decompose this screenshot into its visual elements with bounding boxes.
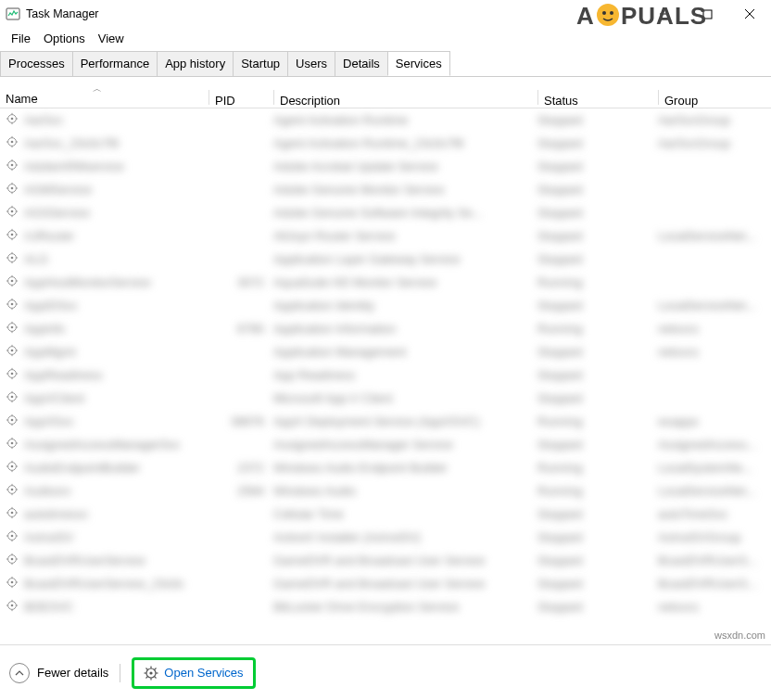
column-headers: Name ︿ PID Description Status Group: [0, 77, 771, 108]
service-group: AxInstSVGroup: [658, 530, 771, 544]
service-status: Stopped: [537, 229, 658, 243]
table-row[interactable]: AppMgmtApplication ManagementStoppednets…: [0, 340, 771, 363]
table-row[interactable]: AGMServiceAdobe Genuine Monitor ServiceS…: [0, 178, 771, 201]
service-name: Audiosrv: [24, 484, 71, 498]
service-description: Agent Activation Runtime_23c0c7f8: [273, 136, 537, 150]
source-tag: wsxdn.com: [714, 630, 765, 641]
service-icon: [6, 529, 19, 545]
service-status: Stopped: [537, 252, 658, 266]
svg-line-151: [146, 676, 148, 678]
tab-app-history[interactable]: App history: [157, 51, 234, 76]
service-description: AssignedAccessManager Service: [273, 438, 537, 452]
footer-divider: [120, 664, 120, 682]
service-pid: 2372: [209, 461, 273, 475]
svg-point-95: [11, 442, 14, 445]
tab-startup[interactable]: Startup: [233, 51, 288, 76]
sort-ascending-icon: ︿: [93, 83, 102, 95]
service-description: Application Identity: [273, 299, 537, 312]
service-group: LocalSystemNe...: [658, 461, 771, 475]
service-description: Adobe Acrobat Update Service: [273, 159, 537, 173]
service-status: Stopped: [537, 206, 658, 220]
table-row[interactable]: AppXSvc38876AppX Deployment Service (App…: [0, 410, 771, 433]
service-name: AJRouter: [24, 229, 74, 243]
menu-options[interactable]: Options: [38, 30, 91, 47]
table-row[interactable]: AppReadinessApp ReadinessStopped: [0, 363, 771, 387]
table-row[interactable]: AGSServiceAdobe Genuine Software Integri…: [0, 201, 771, 224]
table-row[interactable]: Audiosrv2584Windows AudioRunningLocalSer…: [0, 479, 771, 503]
col-header-description[interactable]: Description: [273, 90, 537, 108]
svg-point-107: [11, 489, 14, 491]
table-row[interactable]: BcastDVRUserServiceGameDVR and Broadcast…: [0, 549, 771, 572]
service-description: Microsoft App-V Client: [273, 391, 537, 405]
menu-view[interactable]: View: [93, 30, 130, 47]
table-row[interactable]: BDESVCBitLocker Drive Encryption Service…: [0, 595, 771, 618]
table-row[interactable]: autotimesvcCellular TimeStoppedautoTimeS…: [0, 503, 771, 526]
table-row[interactable]: AppIDSvcApplication IdentityStoppedLocal…: [0, 294, 771, 317]
service-description: Windows Audio: [273, 484, 537, 498]
table-row[interactable]: AudioEndpointBuilder2372Windows Audio En…: [0, 456, 771, 479]
tab-details[interactable]: Details: [335, 51, 388, 76]
svg-point-71: [11, 350, 14, 352]
service-description: AppX Deployment Service (AppXSVC): [273, 414, 537, 428]
service-status: Stopped: [537, 577, 658, 591]
service-description: GameDVR and Broadcast User Service: [273, 577, 537, 591]
service-description: ActiveX Installer (AxInstSV): [273, 530, 537, 544]
open-services-button[interactable]: Open Services: [132, 657, 255, 689]
service-icon: [6, 298, 19, 313]
service-name: AppReadiness: [24, 368, 103, 382]
service-icon: [6, 506, 19, 522]
service-pid: 3072: [209, 275, 273, 289]
service-name: AssignedAccessManagerSvc: [24, 438, 180, 452]
table-row[interactable]: BcastDVRUserService_23c0cGameDVR and Bro…: [0, 572, 771, 595]
service-icon: [6, 367, 19, 383]
service-description: Windows Audio Endpoint Builder: [273, 461, 537, 475]
table-row[interactable]: AarSvc_23c0c7f8Agent Activation Runtime_…: [0, 132, 771, 155]
table-row[interactable]: AarSvcAgent Activation RuntimeStoppedAar…: [0, 108, 771, 132]
services-table-body: AarSvcAgent Activation RuntimeStoppedAar…: [0, 108, 771, 618]
svg-point-59: [11, 303, 14, 306]
svg-point-119: [11, 535, 14, 538]
table-row[interactable]: AJRouterAllJoyn Router ServiceStoppedLoc…: [0, 224, 771, 248]
service-description: Adobe Genuine Monitor Service: [273, 183, 537, 197]
service-icon: [6, 274, 19, 290]
fewer-details-button[interactable]: Fewer details: [9, 663, 108, 683]
table-row[interactable]: AdobeARMserviceAdobe Acrobat Update Serv…: [0, 155, 771, 178]
service-description: Application Management: [273, 345, 537, 359]
menu-file[interactable]: File: [6, 30, 36, 47]
service-icon: [6, 182, 19, 197]
table-row[interactable]: Appinfo6780Application InformationRunnin…: [0, 317, 771, 340]
service-icon: [6, 576, 19, 592]
col-header-group[interactable]: Group: [658, 90, 771, 108]
col-header-status[interactable]: Status: [537, 90, 658, 108]
svg-point-83: [11, 396, 14, 399]
service-name: autotimesvc: [24, 507, 88, 521]
col-header-pid[interactable]: PID: [209, 90, 273, 108]
service-name: AppIDSvc: [24, 299, 78, 312]
table-row[interactable]: AppHostMonitorService3072AquaSuite HD Mo…: [0, 271, 771, 294]
table-row[interactable]: ALGApplication Layer Gateway ServiceStop…: [0, 248, 771, 271]
service-status: Stopped: [537, 438, 658, 452]
col-header-name[interactable]: Name ︿: [0, 92, 209, 106]
appuals-watermark: A PUALS: [576, 2, 762, 35]
service-icon: [6, 251, 19, 267]
service-icon: [6, 437, 19, 452]
tab-services[interactable]: Services: [387, 51, 450, 76]
service-icon: [6, 344, 19, 360]
task-manager-icon: [6, 6, 20, 21]
tab-processes[interactable]: Processes: [0, 51, 73, 76]
svg-point-6: [597, 4, 619, 26]
service-name: ALG: [24, 252, 48, 266]
service-name: AppXSvc: [24, 414, 73, 428]
service-status: Stopped: [537, 391, 658, 405]
tab-performance[interactable]: Performance: [72, 51, 158, 76]
gear-icon: [144, 666, 158, 681]
table-row[interactable]: AssignedAccessManagerSvcAssignedAccessMa…: [0, 433, 771, 456]
service-icon: [6, 159, 19, 174]
service-name: AdobeARMservice: [24, 159, 124, 173]
col-header-name-label: Name: [6, 92, 38, 106]
tab-users[interactable]: Users: [287, 51, 335, 76]
table-row[interactable]: AxInstSVActiveX Installer (AxInstSV)Stop…: [0, 526, 771, 549]
service-group: BcastDVRUserS...: [658, 554, 771, 567]
table-row[interactable]: AppVClientMicrosoft App-V ClientStopped: [0, 387, 771, 410]
svg-point-11: [11, 118, 14, 121]
